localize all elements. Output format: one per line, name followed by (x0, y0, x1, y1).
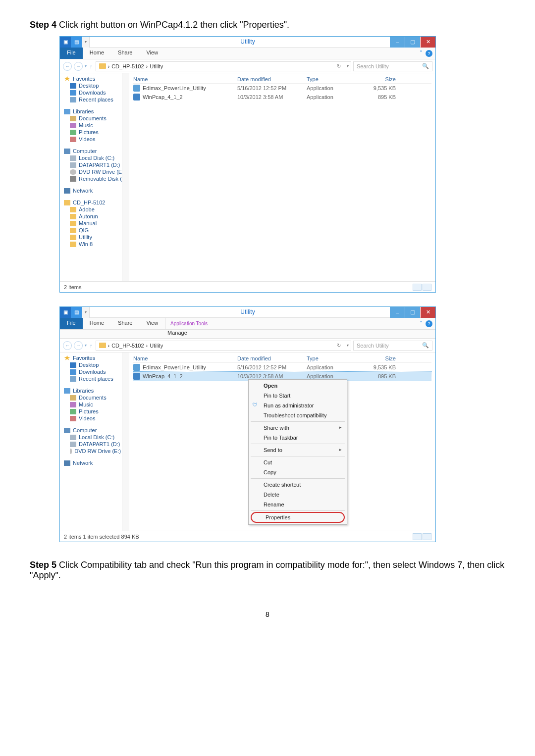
tree-dvd[interactable]: DVD RW Drive (E:) (64, 168, 129, 175)
tree-network[interactable]: Network (64, 459, 129, 466)
tab-home[interactable]: Home (83, 48, 111, 59)
search-input[interactable]: Search Utility 🔍 (353, 341, 432, 351)
file-list[interactable]: Name Date modified Type Size Edimax_Powe… (129, 73, 435, 281)
tree-cdhp[interactable]: CD_HP-5102 (64, 199, 129, 206)
nav-back-button[interactable]: ← (63, 341, 72, 350)
tree-adobe[interactable]: Adobe (64, 206, 129, 213)
tree-computer[interactable]: Computer (64, 427, 129, 434)
ctx-pin-start[interactable]: Pin to Start (250, 391, 346, 401)
tree-removable[interactable]: Removable Disk ( (64, 175, 129, 182)
col-date[interactable]: Date modified (237, 355, 307, 361)
view-large-icon[interactable] (423, 533, 431, 540)
view-large-icon[interactable] (423, 284, 431, 291)
col-type[interactable]: Type (307, 355, 356, 361)
tree-videos[interactable]: Videos (64, 136, 129, 143)
nav-forward-button[interactable]: → (74, 341, 83, 350)
nav-history-chevron-icon[interactable]: ▾ (85, 343, 87, 348)
qat-icon[interactable]: ▤ (71, 307, 82, 318)
path-seg2[interactable]: Utility (150, 343, 163, 349)
file-list[interactable]: Name Date modified Type Size Edimax_Powe… (129, 353, 435, 531)
close-button[interactable]: ✕ (421, 37, 435, 48)
refresh-icon[interactable]: ↻ (337, 63, 341, 69)
tab-view[interactable]: View (139, 318, 165, 329)
ribbon-chevron-icon[interactable]: ˅ (420, 320, 423, 327)
tree-music[interactable]: Music (64, 401, 129, 408)
ctx-cut[interactable]: Cut (250, 457, 346, 467)
column-headers[interactable]: Name Date modified Type Size (133, 354, 431, 363)
tree-libraries[interactable]: Libraries (64, 108, 129, 115)
minimize-button[interactable]: – (390, 37, 405, 48)
view-details-icon[interactable] (413, 284, 422, 291)
breadcrumb[interactable]: › CD_HP-5102 › Utility ▾ ↻ (96, 61, 352, 71)
tree-dvd[interactable]: DVD RW Drive (E:) Ec (64, 448, 129, 454)
path-seg1[interactable]: CD_HP-5102 (111, 63, 144, 69)
nav-up-button[interactable]: ↑ (89, 343, 94, 349)
nav-tree[interactable]: Favorites Desktop Downloads Recent place… (60, 73, 129, 281)
tree-localc[interactable]: Local Disk (C:) (64, 434, 129, 441)
column-headers[interactable]: Name Date modified Type Size (133, 75, 431, 84)
ctx-delete[interactable]: Delete (250, 490, 346, 500)
tree-localc[interactable]: Local Disk (C:) (64, 154, 129, 161)
tree-recent[interactable]: Recent places (64, 375, 129, 382)
qat-chevron-icon[interactable]: ▾ (82, 37, 90, 48)
tree-desktop[interactable]: Desktop (64, 361, 129, 368)
path-chevron-icon[interactable]: ▾ (347, 64, 349, 68)
maximize-button[interactable]: ▢ (405, 37, 420, 48)
tree-pictures[interactable]: Pictures (64, 129, 129, 136)
path-seg1[interactable]: CD_HP-5102 (111, 343, 144, 349)
tree-documents[interactable]: Documents (64, 394, 129, 401)
view-details-icon[interactable] (413, 533, 422, 540)
nav-history-chevron-icon[interactable]: ▾ (85, 64, 87, 68)
tree-documents[interactable]: Documents (64, 115, 129, 122)
col-type[interactable]: Type (307, 76, 356, 82)
ctx-send-to[interactable]: Send to (250, 445, 346, 455)
nav-tree[interactable]: Favorites Desktop Downloads Recent place… (60, 353, 129, 531)
tree-libraries[interactable]: Libraries (64, 387, 129, 394)
file-row[interactable]: WinPcap_4_1_2 10/3/2012 3:58 AM Applicat… (133, 93, 431, 101)
tree-favorites[interactable]: Favorites (64, 75, 129, 82)
tab-home[interactable]: Home (83, 318, 111, 329)
tree-datapart[interactable]: DATAPART1 (D:) (64, 161, 129, 168)
tree-utility[interactable]: Utility (64, 234, 129, 241)
tree-music[interactable]: Music (64, 122, 129, 129)
tree-autorun[interactable]: Autorun (64, 213, 129, 220)
help-icon[interactable]: ? (426, 320, 432, 327)
nav-forward-button[interactable]: → (74, 62, 83, 71)
path-seg2[interactable]: Utility (150, 63, 163, 69)
ctx-open[interactable]: Open (250, 381, 346, 391)
col-date[interactable]: Date modified (237, 76, 307, 82)
ctx-run-admin[interactable]: Run as administrator (250, 401, 346, 410)
ribbon-chevron-icon[interactable]: ˅ (420, 50, 423, 56)
tree-desktop[interactable]: Desktop (64, 82, 129, 89)
ctx-rename[interactable]: Rename (250, 500, 346, 509)
ctx-create-shortcut[interactable]: Create shortcut (250, 480, 346, 490)
close-button[interactable]: ✕ (421, 307, 435, 318)
breadcrumb[interactable]: › CD_HP-5102 › Utility ▾ ↻ (96, 341, 352, 351)
tree-videos[interactable]: Videos (64, 415, 129, 422)
qat-chevron-icon[interactable]: ▾ (82, 307, 90, 318)
qat-icon[interactable]: ▤ (71, 37, 82, 48)
tree-network[interactable]: Network (64, 187, 129, 194)
tab-share[interactable]: Share (111, 318, 139, 329)
help-icon[interactable]: ? (426, 50, 432, 57)
tab-file[interactable]: File (60, 48, 83, 59)
tree-downloads[interactable]: Downloads (64, 368, 129, 375)
ctx-pin-taskbar[interactable]: Pin to Taskbar (250, 433, 346, 443)
nav-up-button[interactable]: ↑ (89, 63, 94, 69)
tree-win8[interactable]: Win 8 (64, 241, 129, 248)
tab-manage[interactable]: Manage (167, 330, 187, 336)
col-size[interactable]: Size (356, 355, 396, 361)
maximize-button[interactable]: ▢ (405, 307, 420, 318)
tree-favorites[interactable]: Favorites (64, 354, 129, 361)
tree-downloads[interactable]: Downloads (64, 89, 129, 96)
ctx-troubleshoot[interactable]: Troubleshoot compatibility (250, 410, 346, 420)
ctx-copy[interactable]: Copy (250, 467, 346, 477)
col-name[interactable]: Name (133, 355, 237, 361)
ctx-share-with[interactable]: Share with (250, 423, 346, 433)
search-input[interactable]: Search Utility 🔍 (353, 61, 432, 71)
file-row[interactable]: Edimax_PowerLine_Utility 5/16/2012 12:52… (133, 84, 431, 93)
col-size[interactable]: Size (356, 76, 396, 82)
ctx-properties[interactable]: Properties (251, 512, 345, 523)
tree-recent[interactable]: Recent places (64, 96, 129, 103)
tree-pictures[interactable]: Pictures (64, 408, 129, 415)
